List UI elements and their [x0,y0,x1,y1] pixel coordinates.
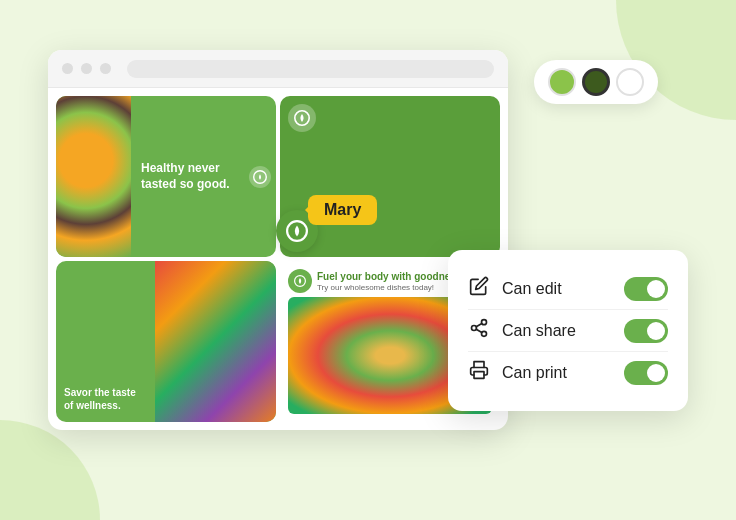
user-tooltip-mary: Mary [308,195,377,225]
share-toggle[interactable] [624,319,668,343]
color-swatches-panel [534,60,658,104]
print-icon [468,360,490,385]
card3-image [155,261,276,422]
browser-content: Healthy never tasted so good. [48,88,508,430]
card3-text: Savor the taste of wellness. [64,386,144,412]
svg-line-8 [476,323,482,326]
permission-row-print: Can print [468,352,668,393]
permission-row-share: Can share [468,310,668,352]
card1-text: Healthy never tasted so good. [137,161,243,192]
edit-label: Can edit [502,280,612,298]
edit-toggle-knob [647,280,665,298]
card4-logo-icon [288,269,312,293]
scene: Healthy never tasted so good. [48,40,688,480]
print-toggle[interactable] [624,361,668,385]
card4-title: Fuel your body with goodness. [317,271,464,283]
browser-dot-2 [81,63,92,74]
card4-subtitle: Try our wholesome dishes today! [317,283,464,292]
edit-icon [468,276,490,301]
svg-rect-9 [474,372,484,379]
card-wellness: Savor the taste of wellness. [56,261,276,422]
print-label: Can print [502,364,612,382]
food-bowl-image [56,96,131,257]
share-toggle-knob [647,322,665,340]
swatch-white[interactable] [616,68,644,96]
share-label: Can share [502,322,612,340]
print-toggle-knob [647,364,665,382]
browser-url-bar [127,60,494,78]
edit-toggle[interactable] [624,277,668,301]
card2-logo-icon [288,104,316,132]
card-healthy: Healthy never tasted so good. [56,96,276,257]
svg-line-7 [476,329,482,332]
card1-logo-icon [249,166,271,188]
browser-dot-1 [62,63,73,74]
card1-image [56,96,131,257]
swatch-dark-green[interactable] [582,68,610,96]
browser-bar [48,50,508,88]
permissions-panel: Can edit Can share [448,250,688,411]
swatch-light-green[interactable] [548,68,576,96]
share-icon [468,318,490,343]
browser-dot-3 [100,63,111,74]
tooltip-name: Mary [324,201,361,218]
permission-row-edit: Can edit [468,268,668,310]
